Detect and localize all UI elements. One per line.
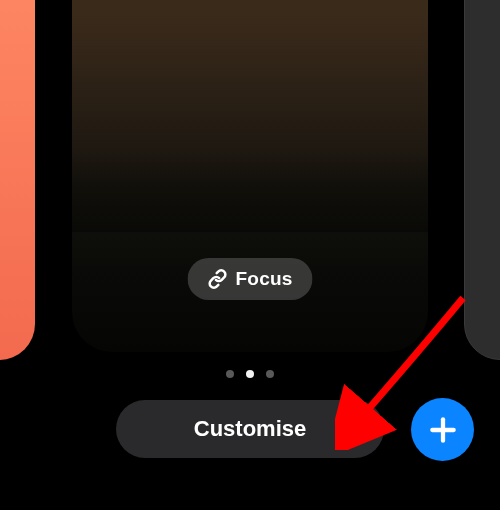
wallpaper-card-main[interactable]: Focus — [72, 0, 428, 352]
plus-icon — [427, 414, 459, 446]
add-button[interactable] — [411, 398, 474, 461]
customise-button[interactable]: Customise — [116, 400, 384, 458]
wallpaper-card-next[interactable] — [464, 0, 500, 360]
customise-label: Customise — [194, 416, 306, 442]
page-indicator[interactable] — [226, 370, 274, 378]
page-dot[interactable] — [226, 370, 234, 378]
wallpaper-card-prev[interactable] — [0, 0, 35, 360]
focus-button[interactable]: Focus — [188, 258, 313, 300]
page-dot[interactable] — [246, 370, 254, 378]
link-icon — [208, 269, 228, 289]
page-dot[interactable] — [266, 370, 274, 378]
focus-label: Focus — [236, 268, 293, 290]
